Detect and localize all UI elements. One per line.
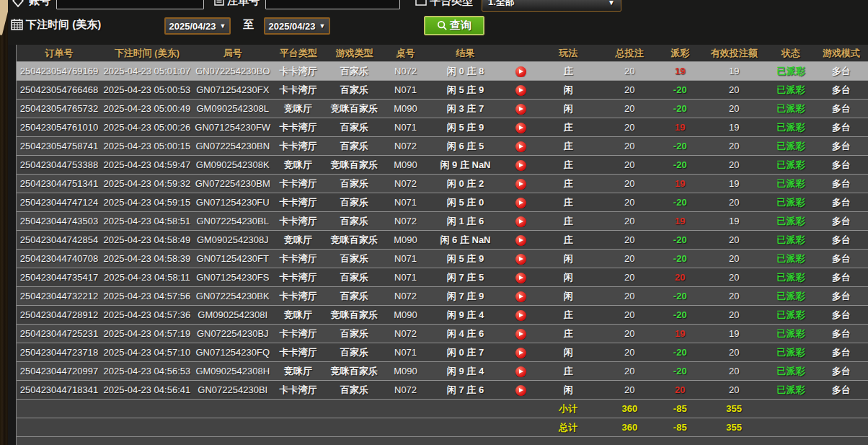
cell-round-id: GN072254230BM (192, 178, 273, 189)
cell-total-bet: 360 (600, 422, 659, 433)
replay-play-icon[interactable] (515, 366, 526, 377)
replay-play-icon[interactable] (515, 123, 526, 133)
cell-round-id: GM0902542308K (192, 159, 273, 170)
cell-result: 闲 9 庄 4 (426, 365, 505, 378)
cell-table-no: M090 (386, 366, 426, 376)
date-to-picker[interactable]: 2025/04/23 ▼ (264, 17, 330, 35)
cell-platform-type: 竞咪厅 (273, 309, 324, 322)
replay-play-icon[interactable] (515, 141, 526, 152)
cell-bet-time: 2025-04-23 05:00:53 (102, 84, 192, 95)
table-row[interactable]: 2504230447435032025-04-23 04:58:51GN0722… (17, 211, 868, 230)
replay-play-icon[interactable] (515, 160, 526, 171)
table-row[interactable]: 2504230447407082025-04-23 04:58:39GN0712… (17, 249, 868, 268)
date-from-value: 2025/04/23 (169, 21, 216, 32)
cell-valid-bet: 20 (701, 159, 767, 170)
col-header-result: 结果 (426, 47, 505, 60)
table-row[interactable]: 2504230547664682025-04-23 05:00:53GN0712… (17, 80, 868, 99)
cell-table-no: N072 (386, 328, 426, 339)
replay-play-icon[interactable] (515, 235, 526, 246)
table-row[interactable]: 2504230447322122025-04-23 04:57:56GN0722… (17, 286, 868, 305)
replay-play-icon[interactable] (515, 291, 526, 302)
cell-total-bet: 20 (600, 197, 659, 208)
replay-play-icon[interactable] (515, 198, 526, 208)
table-row[interactable]: 2504230447252312025-04-23 04:57:19GN0722… (17, 324, 868, 343)
replay-play-icon[interactable] (515, 179, 526, 190)
cell-game-type: 竞咪百家乐 (324, 159, 386, 172)
cell-payout: -85 (659, 403, 701, 414)
table-header-row: 订单号下注时间 (美东)局号平台类型游戏类型桌号结果玩法总投注派彩有效投注额状态… (17, 45, 868, 61)
cell-platform-type: 卡卡湾厅 (273, 177, 324, 190)
play-triangle (519, 369, 523, 374)
replay-play-icon[interactable] (515, 310, 526, 321)
cell-payout: -20 (659, 141, 701, 151)
date-from-picker[interactable]: 2025/04/23 ▼ (164, 17, 231, 35)
platform-type-select[interactable]: 1.全部 ▼ (482, 0, 621, 12)
table-row[interactable]: 2504230447209972025-04-23 04:56:53GM0902… (17, 361, 868, 380)
cell-payout: -20 (659, 197, 701, 208)
table-row[interactable]: 2504230447428542025-04-23 04:58:49GM0902… (17, 230, 868, 249)
cell-valid-bet: 20 (701, 291, 767, 301)
cell-bet-type: 庄 (536, 140, 600, 153)
cell-order-id: 250423044751341 (17, 178, 102, 189)
cell-total-bet: 20 (600, 66, 659, 76)
table-row[interactable]: 2504230447354172025-04-23 04:58:11GN0712… (17, 268, 868, 286)
play-triangle (519, 163, 523, 167)
cell-valid-bet: 20 (701, 141, 767, 151)
table-row[interactable]: 2504230447289122025-04-23 04:57:36GM0902… (17, 305, 868, 324)
table-row[interactable]: 2504230547610102025-04-23 05:00:26GN0712… (17, 118, 868, 136)
query-button-label: 查询 (450, 19, 471, 32)
replay-play-icon[interactable] (515, 273, 526, 283)
table-row[interactable]: 2504230447513412025-04-23 04:59:32GN0722… (17, 174, 868, 193)
cell-result: 闲 0 庄 7 (426, 346, 505, 359)
cell-result: 闲 7 庄 6 (426, 384, 505, 397)
col-header-valid-bet: 有效投注额 (701, 47, 767, 60)
table-row[interactable]: 2504230547691692025-04-23 05:01:07GN0722… (17, 61, 868, 80)
cell-round-id: GN072254230BK (192, 291, 273, 301)
cell-game-mode: 多台 (815, 65, 868, 78)
cell-table-no: N071 (386, 122, 426, 133)
bet-number-input[interactable] (265, 0, 400, 9)
cell-valid-bet: 19 (701, 66, 767, 76)
cell-bet-type: 闲 (536, 384, 600, 397)
table-row[interactable]: 2504230547657322025-04-23 05:00:49GM0902… (17, 99, 868, 118)
bet-records-table: 订单号下注时间 (美东)局号平台类型游戏类型桌号结果玩法总投注派彩有效投注额状态… (16, 45, 868, 445)
table-row[interactable]: 2504230547587412025-04-23 05:00:15GN0722… (17, 136, 868, 155)
cell-round-id: GM0902542308H (192, 366, 273, 376)
account-icon (12, 0, 25, 7)
cell-replay (505, 65, 536, 76)
cell-bet-time: 2025-04-23 04:59:15 (102, 197, 192, 208)
col-header-bet-time: 下注时间 (美东) (102, 47, 192, 60)
replay-play-icon[interactable] (515, 104, 526, 115)
cell-valid-bet: 20 (701, 366, 767, 376)
cell-platform-type: 竞咪厅 (273, 102, 324, 115)
table-row[interactable]: 2504230447471242025-04-23 04:59:15GN0712… (17, 193, 868, 211)
replay-play-icon[interactable] (515, 348, 526, 358)
cell-order-id: 250423044740708 (17, 253, 102, 264)
platform-type-label: 平台类型 (430, 0, 473, 8)
cell-round-id: GN072254230BN (192, 141, 273, 151)
cell-total-bet: 20 (600, 159, 659, 170)
query-button[interactable]: 查询 (424, 16, 484, 35)
cell-valid-bet: 20 (701, 84, 767, 95)
table-row[interactable]: 2504230447237182025-04-23 04:57:10GN0712… (17, 343, 868, 361)
replay-play-icon[interactable] (515, 66, 526, 77)
cell-round-id: GN071254230FX (192, 84, 273, 95)
replay-play-icon[interactable] (515, 216, 526, 227)
cell-bet-type: 小计 (536, 402, 600, 415)
cell-game-mode: 多台 (815, 234, 868, 247)
cell-game-mode: 多台 (815, 252, 868, 265)
cell-replay (505, 102, 536, 114)
replay-play-icon[interactable] (515, 254, 526, 265)
table-row[interactable]: 2504230447533882025-04-23 04:59:47GM0902… (17, 155, 868, 174)
cell-status: 已派彩 (767, 140, 815, 153)
replay-play-icon[interactable] (515, 85, 526, 96)
replay-play-icon[interactable] (515, 329, 526, 340)
replay-play-icon[interactable] (515, 385, 526, 396)
account-input[interactable] (56, 0, 204, 9)
cell-table-no: N072 (386, 66, 426, 76)
cell-payout: -20 (659, 234, 701, 245)
cell-game-mode: 多台 (815, 346, 868, 359)
table-row[interactable]: 2504230447183412025-04-23 04:56:41GN0722… (17, 380, 868, 399)
cell-bet-type: 庄 (536, 177, 600, 190)
cell-result: 闲 5 庄 0 (426, 196, 505, 209)
